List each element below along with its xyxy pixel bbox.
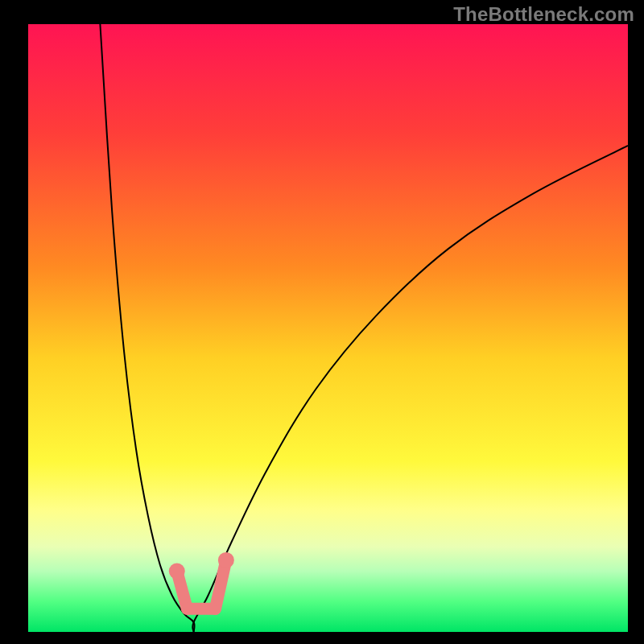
svg-point-5 xyxy=(218,552,234,568)
chart-gradient-bg xyxy=(28,24,628,632)
watermark-text: TheBottleneck.com xyxy=(453,3,634,26)
bottleneck-chart xyxy=(0,0,644,644)
svg-point-4 xyxy=(169,564,185,580)
